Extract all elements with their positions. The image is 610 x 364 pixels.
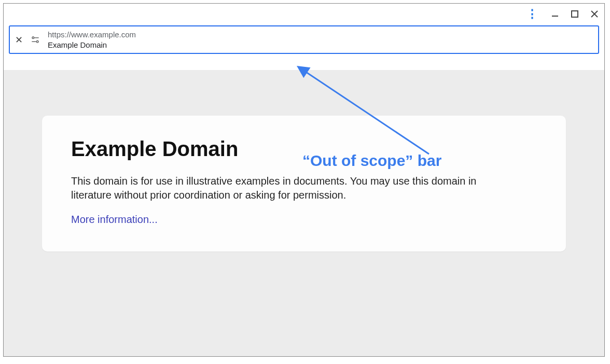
content-card: Example Domain This domain is for use in… [42,116,566,251]
address-url: https://www.example.com [48,30,136,40]
window-titlebar: ⋮ [4,4,604,24]
out-of-scope-bar: ✕ https://www.example.com Example Domain [9,25,599,54]
more-information-link[interactable]: More information... [71,214,158,225]
maximize-button[interactable] [570,9,579,19]
address-text: https://www.example.com Example Domain [48,30,136,50]
annotation-label: “Out of scope” bar [302,152,441,170]
minimize-button[interactable] [550,9,560,19]
tune-icon[interactable] [30,35,40,45]
svg-point-6 [36,40,38,43]
svg-rect-1 [572,11,578,17]
close-window-button[interactable] [590,9,599,19]
kebab-menu-icon[interactable]: ⋮ [524,8,540,20]
svg-point-4 [32,37,34,39]
address-title: Example Domain [48,40,136,50]
app-window: ⋮ ✕ https://www.example.com Example Doma… [3,3,605,357]
page-body: This domain is for use in illustrative e… [71,174,496,202]
page-content: Example Domain This domain is for use in… [4,70,604,356]
close-icon[interactable]: ✕ [15,35,23,45]
